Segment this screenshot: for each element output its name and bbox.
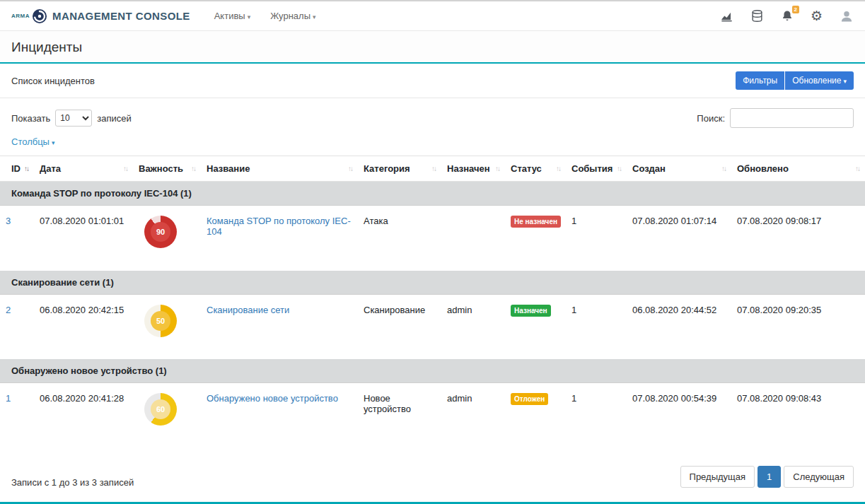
chart-icon [720, 9, 733, 23]
incident-category: Сканирование [358, 294, 441, 359]
severity-donut: 90 [144, 216, 177, 248]
charts-button[interactable] [720, 9, 733, 23]
table-row: 2 06.08.2020 20:42:15 50 Сканирование се… [0, 294, 865, 359]
database-button[interactable] [750, 9, 764, 23]
sort-icon: ↑↓ [721, 165, 726, 172]
user-icon [840, 9, 854, 23]
card-actions: Фильтры Обновление▾ [736, 71, 854, 90]
gear-icon: ⚙ [811, 9, 823, 23]
incident-date: 06.08.2020 20:41:28 [34, 383, 133, 448]
arma-logo-icon [31, 8, 48, 25]
sort-icon: ↑↓ [617, 165, 621, 172]
incident-name-link[interactable]: Сканирование сети [207, 305, 289, 315]
column-header-assignee[interactable]: Назначен↑↓ [441, 156, 505, 182]
column-header-events[interactable]: События↑↓ [566, 156, 627, 182]
incident-id-link[interactable]: 2 [6, 305, 11, 315]
incident-updated: 07.08.2020 09:20:35 [731, 294, 865, 359]
filters-button[interactable]: Фильтры [736, 71, 784, 90]
severity-value: 90 [156, 228, 165, 236]
incident-events-count: 1 [566, 294, 627, 359]
menu-journals-label: Журналы [270, 11, 310, 21]
severity-value: 50 [156, 317, 165, 325]
severity-value: 60 [156, 405, 165, 414]
search-input[interactable] [730, 108, 854, 128]
column-header-id[interactable]: ID↑↓ [0, 156, 34, 182]
brand-title: MANAGEMENT CONSOLE [52, 10, 190, 22]
status-badge: Отложен [511, 393, 548, 405]
next-page-button[interactable]: Следующая [784, 466, 854, 488]
notifications-button[interactable]: 2 [781, 10, 794, 23]
incident-updated: 07.08.2020 09:08:43 [731, 383, 865, 448]
search-control: Поиск: [697, 108, 854, 128]
sort-icon: ↑↓ [24, 165, 28, 172]
refresh-button-label: Обновление [792, 76, 841, 86]
incident-updated: 07.08.2020 09:08:17 [731, 206, 865, 271]
records-info: Записи с 1 до 3 из 3 записей [11, 477, 134, 488]
incident-category: Новое устройство [358, 383, 441, 448]
group-header: Обнаружено новое устройство (1) [0, 359, 865, 383]
sort-icon: ↑↓ [123, 165, 127, 172]
pagination: Предыдущая 1 Следующая [680, 466, 854, 488]
sort-icon: ↑↓ [495, 165, 499, 172]
incident-assignee [441, 206, 505, 271]
column-header-category[interactable]: Категория↑↓ [358, 156, 441, 182]
table-header-row: ID↑↓ Дата↑↓ Важность↑↓ Название↑↓ Катего… [0, 156, 865, 182]
incident-name-link[interactable]: Команда STOP по протоколу IEC-104 [207, 216, 351, 237]
records-label: записей [97, 113, 131, 124]
severity-donut: 60 [144, 393, 177, 426]
card-title: Список инцидентов [11, 76, 95, 86]
sort-icon: ↑↓ [431, 165, 436, 172]
incident-created: 06.08.2020 20:44:52 [627, 294, 731, 359]
status-badge: Назначен [511, 305, 551, 317]
settings-button[interactable]: ⚙ [811, 9, 823, 23]
incident-category: Атака [358, 206, 441, 271]
group-header: Сканирование сети (1) [0, 271, 865, 295]
database-icon [750, 9, 764, 23]
main-menu: Активы▾ Журналы▾ [214, 11, 316, 21]
arma-logo-text: ARMA [11, 13, 30, 19]
menu-journals[interactable]: Журналы▾ [270, 11, 315, 21]
navbar-icons: 2 ⚙ [720, 9, 854, 23]
sort-icon: ↑↓ [348, 165, 352, 172]
incident-date: 07.08.2020 01:01:01 [34, 206, 133, 271]
page-1-button[interactable]: 1 [757, 466, 781, 488]
group-header: Команда STOP по протоколу IEC-104 (1) [0, 182, 865, 206]
page-size-control: Показать 10 записей [11, 110, 132, 127]
column-header-name[interactable]: Название↑↓ [201, 156, 358, 182]
page-title: Инциденты [11, 40, 854, 55]
severity-donut: 50 [144, 305, 177, 337]
chevron-down-icon: ▾ [248, 13, 251, 20]
incident-name-link[interactable]: Обнаружено новое устройство [207, 393, 338, 404]
column-header-severity[interactable]: Важность↑↓ [133, 156, 201, 182]
page-title-bar: Инциденты [0, 31, 865, 64]
user-button[interactable] [840, 9, 854, 23]
sort-icon: ↑↓ [191, 165, 195, 172]
show-label: Показать [11, 113, 50, 124]
refresh-button[interactable]: Обновление▾ [785, 71, 854, 90]
brand-logo[interactable]: ARMA MANAGEMENT CONSOLE [11, 8, 190, 25]
chevron-down-icon: ▾ [313, 13, 316, 20]
chevron-down-icon: ▾ [843, 78, 847, 85]
notification-count-badge: 2 [792, 6, 799, 13]
incident-events-count: 1 [566, 206, 627, 271]
column-header-created[interactable]: Создан↑↓ [627, 156, 731, 182]
columns-button-label: Столбцы [11, 136, 50, 147]
incident-id-link[interactable]: 3 [6, 216, 11, 226]
incident-id-link[interactable]: 1 [6, 393, 11, 404]
columns-button[interactable]: Столбцы▾ [11, 136, 55, 147]
table-footer: Записи с 1 до 3 из 3 записей Предыдущая … [0, 456, 865, 502]
sort-icon: ↑↓ [855, 165, 859, 172]
chevron-down-icon: ▾ [52, 139, 55, 146]
menu-assets-label: Активы [214, 11, 245, 21]
card-header: Список инцидентов Фильтры Обновление▾ [0, 64, 865, 98]
prev-page-button[interactable]: Предыдущая [680, 466, 755, 488]
status-badge: Не назначен [511, 216, 561, 228]
column-header-date[interactable]: Дата↑↓ [34, 156, 133, 182]
column-header-status[interactable]: Статус↑↓ [505, 156, 566, 182]
table-row: 1 06.08.2020 20:41:28 60 Обнаружено ново… [0, 383, 865, 448]
column-header-updated[interactable]: Обновлено↑↓ [731, 156, 865, 182]
top-navbar: ARMA MANAGEMENT CONSOLE Активы▾ Журналы▾ [0, 1, 865, 31]
menu-assets[interactable]: Активы▾ [214, 11, 251, 21]
incident-date: 06.08.2020 20:42:15 [34, 294, 133, 359]
page-size-select[interactable]: 10 [55, 110, 92, 127]
